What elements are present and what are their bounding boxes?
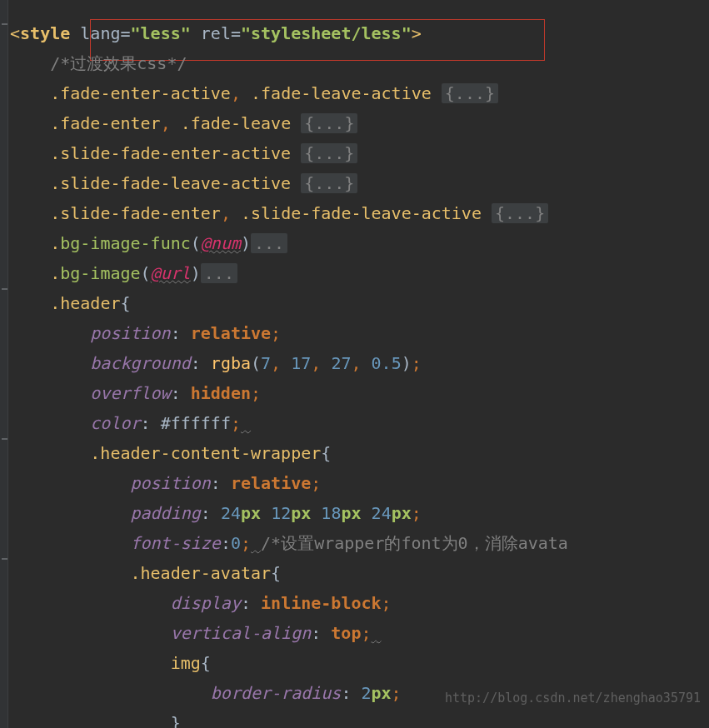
editor-gutter xyxy=(0,0,8,728)
code-line[interactable]: color: #ffffff; xyxy=(10,408,568,438)
code-line[interactable]: position: relative; xyxy=(10,318,568,348)
code-editor-content[interactable]: <style lang="less" rel="stylesheet/less"… xyxy=(10,18,568,728)
code-line[interactable]: vertical-align: top; xyxy=(10,618,568,648)
fold-block[interactable]: {...} xyxy=(301,143,357,163)
fold-marker-icon[interactable] xyxy=(2,23,7,25)
code-line[interactable]: overflow: hidden; xyxy=(10,378,568,408)
code-line[interactable]: background: rgba(7, 17, 27, 0.5); xyxy=(10,348,568,378)
fold-marker-icon[interactable] xyxy=(2,288,7,290)
fold-block[interactable]: ... xyxy=(251,233,287,253)
code-line[interactable]: .slide-fade-leave-active {...} xyxy=(10,168,568,198)
watermark-text: http://blog.csdn.net/zhenghao35791 xyxy=(445,683,701,713)
fold-block[interactable]: {...} xyxy=(301,113,357,133)
code-line[interactable]: .bg-image-func(@num)... xyxy=(10,228,568,258)
code-line[interactable]: padding: 24px 12px 18px 24px; xyxy=(10,498,568,528)
fold-block[interactable]: {...} xyxy=(301,173,357,193)
code-line[interactable]: position: relative; xyxy=(10,468,568,498)
code-line[interactable]: font-size:0; /*设置wrapper的font为0，消除avata xyxy=(10,528,568,558)
code-line[interactable]: .header{ xyxy=(10,288,568,318)
code-line[interactable]: img{ xyxy=(10,648,568,678)
code-line[interactable]: /*过渡效果css*/ xyxy=(10,48,568,78)
fold-marker-icon[interactable] xyxy=(2,438,7,440)
fold-block[interactable]: {...} xyxy=(442,83,498,103)
code-line[interactable]: <style lang="less" rel="stylesheet/less"… xyxy=(10,18,568,48)
code-line[interactable]: .bg-image(@url)... xyxy=(10,258,568,288)
code-line[interactable]: .header-content-wrapper{ xyxy=(10,438,568,468)
fold-block[interactable]: ... xyxy=(201,263,237,283)
code-line[interactable]: .fade-enter, .fade-leave {...} xyxy=(10,108,568,138)
code-line[interactable]: .fade-enter-active, .fade-leave-active {… xyxy=(10,78,568,108)
code-line[interactable]: .slide-fade-enter-active {...} xyxy=(10,138,568,168)
code-line[interactable]: .slide-fade-enter, .slide-fade-leave-act… xyxy=(10,198,568,228)
code-line[interactable]: display: inline-block; xyxy=(10,588,568,618)
fold-marker-icon[interactable] xyxy=(2,558,7,560)
fold-block[interactable]: {...} xyxy=(492,203,548,223)
code-line[interactable]: .header-avatar{ xyxy=(10,558,568,588)
